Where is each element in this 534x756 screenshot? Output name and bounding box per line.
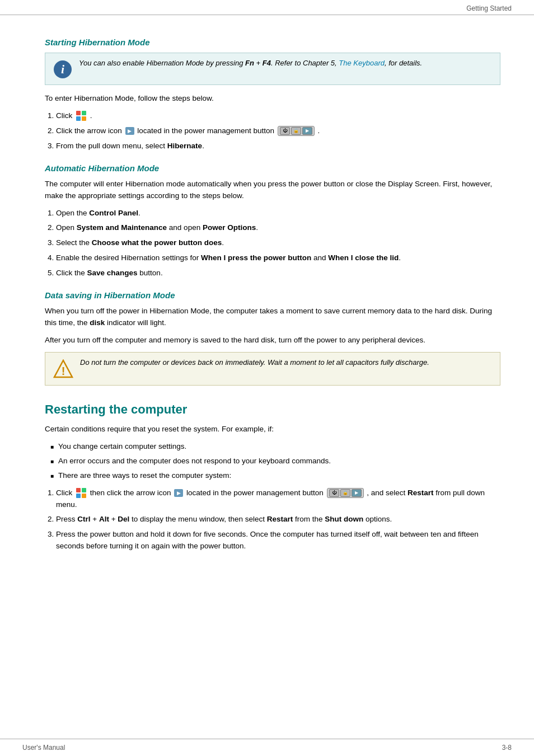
- info-fn: Fn: [245, 59, 254, 67]
- bullet-2: An error occurs and the computer does no…: [50, 456, 500, 467]
- shutdown-bold: Shut down: [325, 515, 363, 523]
- info-plus1: +: [254, 59, 263, 67]
- starting-hibernation-steps: Click . Click the arrow icon ▶ located i…: [56, 110, 500, 152]
- footer-left: User's Manual: [22, 744, 65, 752]
- step2-mid: located in the power management button: [137, 126, 274, 135]
- auto-step5-bold: Save changes: [87, 269, 138, 277]
- arrow-icon: ▶: [125, 127, 134, 135]
- svg-text:!: !: [62, 365, 65, 377]
- pm-lock-btn: 🔒: [291, 127, 301, 135]
- auto-step-1: Open the Control Panel.: [56, 208, 500, 219]
- step1-period: .: [90, 111, 92, 120]
- windows-start-icon: [76, 110, 87, 121]
- del-bold: Del: [118, 515, 129, 523]
- auto-step4-bold1: When I press the power button: [201, 253, 311, 262]
- auto-step2-bold2: Power Options: [203, 223, 256, 232]
- auto-step-3: Select the Choose what the power button …: [56, 237, 500, 249]
- step-2: Click the arrow icon ▶ located in the po…: [56, 125, 500, 137]
- automatic-hibernation-para: The computer will enter Hibernation mode…: [45, 179, 500, 202]
- keyboard-link[interactable]: The Keyboard: [339, 59, 385, 67]
- bottom-bar: User's Manual 3-8: [0, 739, 534, 756]
- step2-period: .: [318, 126, 320, 135]
- restart-bold2: Restart: [267, 515, 293, 523]
- svg-rect-3: [82, 111, 86, 115]
- pm2-power-btn: ⏻: [329, 489, 339, 497]
- restarting-bullets: You change certain computer settings. An…: [50, 441, 500, 482]
- svg-rect-2: [76, 111, 81, 115]
- warning-box: ! Do not turn the computer or devices ba…: [45, 352, 500, 386]
- svg-rect-11: [82, 494, 86, 498]
- step3-end: .: [202, 142, 204, 150]
- restart-step-1: Click then click the arrow icon ▶ locate…: [56, 487, 500, 511]
- info-box: i You can also enable Hibernation Mode b…: [45, 53, 500, 85]
- automatic-hibernation-steps: Open the Control Panel. Open System and …: [56, 208, 500, 280]
- restarting-intro: Certain conditions require that you rese…: [45, 424, 500, 435]
- auto-step-5: Click the Save changes button.: [56, 267, 500, 279]
- warning-text: Do not turn the computer or devices back…: [80, 358, 429, 367]
- main-content: Starting Hibernation Mode i You can also…: [0, 15, 534, 575]
- step-1: Click .: [56, 110, 500, 122]
- data-saving-para2: After you turn off the computer and memo…: [45, 335, 500, 346]
- info-suffix: . Refer to Chapter 5,: [271, 59, 339, 67]
- info-f4: F4: [263, 59, 271, 67]
- starting-hibernation-title: Starting Hibernation Mode: [45, 37, 500, 47]
- restart-step-2: Press Ctrl + Alt + Del to display the me…: [56, 514, 500, 525]
- step3-pre: From the pull down menu, select: [56, 142, 165, 150]
- disk-bold: disk: [90, 318, 105, 327]
- bullet-3: There are three ways to reset the comput…: [50, 470, 500, 482]
- pm2-lock-btn: 🔒: [340, 489, 350, 497]
- pm-arrow-btn: ▶: [302, 127, 312, 135]
- chapter-label: Getting Started: [466, 4, 512, 12]
- automatic-hibernation-title: Automatic Hibernation Mode: [45, 163, 500, 173]
- bullet-1-text: You change certain computer settings.: [58, 441, 186, 453]
- auto-step4-bold2: When I close the lid: [328, 253, 399, 262]
- step-3: From the pull down menu, select Hibernat…: [56, 140, 500, 152]
- step2-pre: Click the arrow icon: [56, 126, 122, 135]
- svg-rect-5: [82, 116, 86, 121]
- svg-rect-8: [76, 488, 81, 492]
- data-saving-para1: When you turn off the power in Hibernati…: [45, 306, 500, 329]
- ctrl-bold: Ctrl: [77, 515, 90, 523]
- bullet-3-text: There are three ways to reset the comput…: [58, 470, 231, 482]
- step3-hibernate: Hibernate: [167, 142, 202, 150]
- auto-step3-bold: Choose what the power button does: [92, 238, 222, 247]
- auto-step2-bold1: System and Maintenance: [77, 223, 167, 232]
- restarting-steps: Click then click the arrow icon ▶ locate…: [56, 487, 500, 553]
- restart-bold: Restart: [407, 489, 434, 497]
- pm-power-btn: ⏻: [280, 127, 290, 135]
- warning-icon: !: [53, 359, 73, 379]
- svg-rect-4: [76, 116, 81, 121]
- svg-text:i: i: [61, 62, 65, 76]
- power-management-strip: ⏻ 🔒 ▶: [278, 126, 315, 136]
- bullet-1: You change certain computer settings.: [50, 441, 500, 453]
- svg-rect-10: [76, 494, 81, 498]
- top-bar: Getting Started: [0, 0, 534, 15]
- svg-rect-9: [82, 488, 86, 492]
- starting-hibernation-intro: To enter Hibernation Mode, follow the st…: [45, 93, 500, 105]
- power-management-strip-2: ⏻ 🔒 ▶: [327, 488, 364, 498]
- bullet-2-text: An error occurs and the computer does no…: [58, 456, 331, 467]
- data-saving-title: Data saving in Hibernation Mode: [45, 290, 500, 300]
- info-note-pre: You can also enable Hibernation Mode by …: [79, 59, 245, 67]
- info-end: , for details.: [385, 59, 422, 67]
- auto-step-2: Open System and Maintenance and open Pow…: [56, 222, 500, 234]
- footer-right: 3-8: [502, 744, 512, 752]
- data-saving-para1-end: indicator will light.: [105, 318, 166, 327]
- restarting-title: Restarting the computer: [45, 402, 500, 417]
- windows-start-icon-2: [76, 487, 87, 499]
- arrow-icon-2: ▶: [174, 489, 183, 497]
- info-text: You can also enable Hibernation Mode by …: [79, 59, 422, 67]
- pm2-arrow-btn: ▶: [352, 489, 362, 497]
- info-icon: i: [53, 60, 72, 79]
- step1-pre: Click: [56, 111, 72, 120]
- auto-step-4: Enable the desired Hibernation settings …: [56, 252, 500, 264]
- auto-step1-bold: Control Panel: [89, 209, 138, 217]
- alt-bold: Alt: [99, 515, 109, 523]
- restart-step-3: Press the power button and hold it down …: [56, 529, 500, 552]
